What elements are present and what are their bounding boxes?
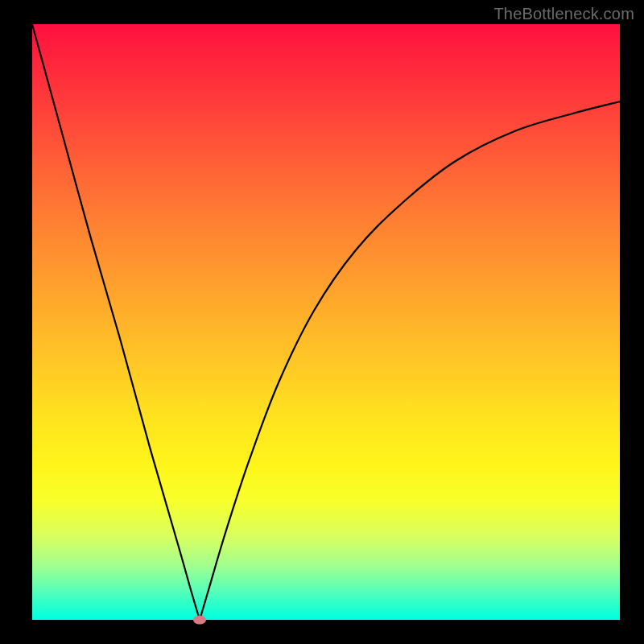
minimum-marker bbox=[193, 616, 206, 625]
plot-area bbox=[32, 24, 620, 620]
watermark-text: TheBottleneck.com bbox=[493, 5, 634, 23]
curve-layer bbox=[32, 24, 620, 620]
chart-frame: TheBottleneck.com bbox=[0, 0, 644, 644]
curve-left-branch bbox=[32, 24, 200, 620]
curve-right-branch bbox=[200, 101, 620, 620]
